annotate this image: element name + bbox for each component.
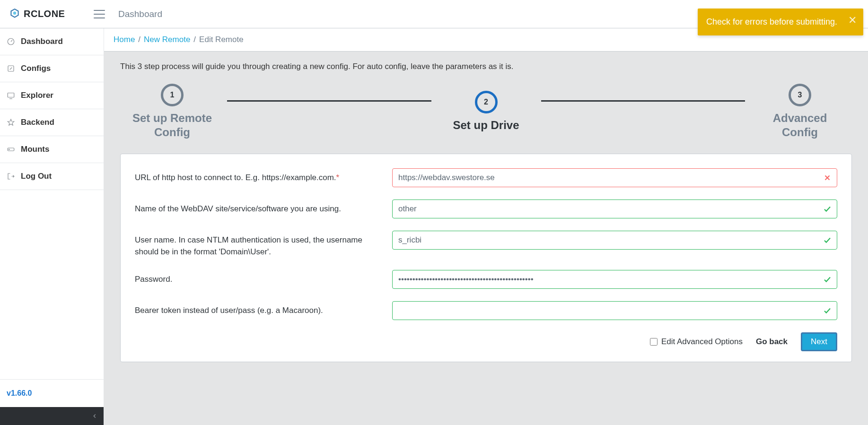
- password-input[interactable]: [392, 270, 837, 289]
- step-2[interactable]: 2 Set up Drive: [439, 91, 534, 132]
- svg-point-0: [13, 11, 17, 14]
- logo-text: RCLONE: [24, 9, 65, 19]
- sidebar: DashboardConfigsExplorerBackendMountsLog…: [0, 28, 104, 425]
- sidebar-item-label: Dashboard: [21, 37, 63, 46]
- go-back-button[interactable]: Go back: [756, 337, 788, 347]
- step-label: Set up Remote Config: [132, 111, 212, 139]
- input-wrap: [392, 270, 837, 289]
- sidebar-item-mounts[interactable]: Mounts: [0, 136, 104, 163]
- sidebar-item-label: Configs: [21, 64, 51, 73]
- step-connector: [541, 100, 745, 102]
- sidebar-item-log-out[interactable]: Log Out: [0, 163, 104, 190]
- check-icon: [823, 275, 832, 284]
- main-content: Home/New Remote/Edit Remote This 3 step …: [104, 28, 868, 425]
- step-connector: [227, 100, 431, 102]
- step-label: Advanced Config: [773, 111, 827, 139]
- url-input[interactable]: [392, 168, 837, 187]
- x-icon: [823, 173, 832, 182]
- vendor-input[interactable]: [392, 199, 837, 218]
- sidebar-item-backend[interactable]: Backend: [0, 109, 104, 136]
- monitor-icon: [7, 91, 15, 100]
- sidebar-item-configs[interactable]: Configs: [0, 55, 104, 82]
- form-label: Name of the WebDAV site/service/software…: [135, 199, 381, 215]
- step-1[interactable]: 1 Set up Remote Config: [125, 84, 219, 139]
- warning-toast: Check for errors before submitting. ✕: [698, 9, 863, 35]
- stepper: 1 Set up Remote Config 2 Set up Drive 3 …: [125, 84, 847, 139]
- logout-icon: [7, 172, 15, 181]
- form-row: User name. In case NTLM authentication i…: [135, 231, 837, 258]
- gauge-icon: [7, 37, 15, 46]
- sidebar-item-explorer[interactable]: Explorer: [0, 82, 104, 109]
- check-icon: [823, 236, 832, 244]
- page-title: Dashboard: [118, 9, 162, 19]
- form-row: Bearer token instead of user/pass (e.g. …: [135, 301, 837, 320]
- form-label: Password.: [135, 270, 381, 286]
- breadcrumb-current: Edit Remote: [199, 35, 244, 44]
- step-circle: 1: [161, 84, 184, 106]
- svg-rect-3: [8, 93, 14, 97]
- rclone-logo-icon: [9, 8, 21, 20]
- check-icon: [823, 306, 832, 315]
- form-actions: Edit Advanced Options Go back Next: [135, 332, 837, 351]
- form-card: URL of http host to connect to. E.g. htt…: [120, 154, 852, 362]
- advanced-options-label: Edit Advanced Options: [661, 337, 743, 347]
- sidebar-item-label: Explorer: [21, 91, 53, 100]
- step-label: Set up Drive: [453, 118, 519, 132]
- advanced-options-checkbox[interactable]: Edit Advanced Options: [650, 337, 743, 347]
- form-label: User name. In case NTLM authentication i…: [135, 231, 381, 258]
- close-icon[interactable]: ✕: [848, 14, 857, 26]
- step-circle: 3: [789, 84, 811, 106]
- sidebar-collapse-button[interactable]: [0, 407, 104, 425]
- version-link[interactable]: v1.66.0: [0, 380, 104, 407]
- sidebar-item-label: Backend: [21, 118, 54, 127]
- breadcrumb-separator: /: [138, 35, 140, 44]
- svg-point-7: [9, 149, 10, 150]
- hamburger-icon[interactable]: [94, 9, 105, 20]
- form-label: URL of http host to connect to. E.g. htt…: [135, 168, 381, 184]
- bearer-token-input[interactable]: [392, 301, 837, 320]
- pencil-square-icon: [7, 64, 15, 73]
- chevron-left-icon: [91, 413, 98, 419]
- input-wrap: [392, 168, 837, 187]
- next-button[interactable]: Next: [801, 332, 837, 351]
- sidebar-item-label: Log Out: [21, 172, 52, 181]
- sidebar-item-dashboard[interactable]: Dashboard: [0, 28, 104, 55]
- svg-marker-5: [8, 119, 14, 125]
- toast-message: Check for errors before submitting.: [706, 17, 837, 26]
- breadcrumb-separator: /: [193, 35, 196, 44]
- form-label: Bearer token instead of user/pass (e.g. …: [135, 301, 381, 317]
- step-3[interactable]: 3 Advanced Config: [753, 84, 847, 139]
- star-icon: [7, 118, 15, 127]
- check-icon: [823, 205, 832, 213]
- form-row: URL of http host to connect to. E.g. htt…: [135, 168, 837, 187]
- input-wrap: [392, 301, 837, 320]
- username-input[interactable]: [392, 231, 837, 250]
- breadcrumb-link[interactable]: Home: [114, 35, 135, 44]
- drive-icon: [7, 145, 15, 154]
- intro-text: This 3 step process will guide you throu…: [120, 62, 852, 71]
- breadcrumb-link[interactable]: New Remote: [144, 35, 190, 44]
- input-wrap: [392, 231, 837, 250]
- logo[interactable]: RCLONE: [9, 8, 94, 20]
- input-wrap: [392, 199, 837, 218]
- advanced-options-checkbox-input[interactable]: [650, 338, 658, 346]
- sidebar-item-label: Mounts: [21, 145, 49, 154]
- form-row: Password.: [135, 270, 837, 289]
- step-circle: 2: [475, 91, 498, 113]
- form-row: Name of the WebDAV site/service/software…: [135, 199, 837, 218]
